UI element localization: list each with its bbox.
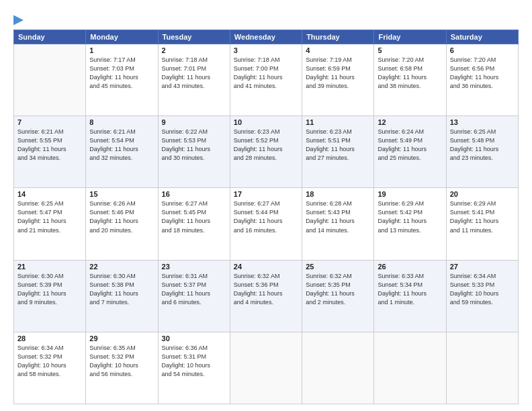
- calendar-cell: 20Sunrise: 6:29 AM Sunset: 5:41 PM Dayli…: [446, 188, 518, 260]
- calendar-cell: 3Sunrise: 7:18 AM Sunset: 7:00 PM Daylig…: [230, 44, 302, 116]
- day-info: Sunrise: 7:20 AM Sunset: 6:56 PM Dayligh…: [450, 56, 515, 91]
- day-number: 6: [450, 46, 515, 54]
- calendar-cell: 18Sunrise: 6:28 AM Sunset: 5:43 PM Dayli…: [302, 188, 374, 260]
- week-row-1: 1Sunrise: 7:17 AM Sunset: 7:03 PM Daylig…: [14, 44, 519, 116]
- day-info: Sunrise: 6:22 AM Sunset: 5:53 PM Dayligh…: [162, 128, 226, 163]
- calendar-cell: 16Sunrise: 6:27 AM Sunset: 5:45 PM Dayli…: [158, 188, 230, 260]
- day-number: 18: [306, 190, 370, 198]
- calendar-cell: 1Sunrise: 7:17 AM Sunset: 7:03 PM Daylig…: [86, 44, 158, 116]
- calendar-cell: [230, 332, 302, 404]
- day-info: Sunrise: 7:18 AM Sunset: 7:01 PM Dayligh…: [162, 56, 226, 91]
- day-info: Sunrise: 6:24 AM Sunset: 5:49 PM Dayligh…: [378, 128, 442, 163]
- day-info: Sunrise: 6:27 AM Sunset: 5:44 PM Dayligh…: [234, 199, 298, 234]
- day-info: Sunrise: 7:20 AM Sunset: 6:58 PM Dayligh…: [378, 56, 442, 91]
- day-info: Sunrise: 6:29 AM Sunset: 5:42 PM Dayligh…: [378, 199, 442, 234]
- day-info: Sunrise: 6:23 AM Sunset: 5:52 PM Dayligh…: [234, 128, 298, 163]
- day-number: 12: [378, 118, 442, 126]
- day-number: 21: [17, 263, 82, 271]
- day-number: 1: [89, 46, 154, 54]
- day-number: 15: [89, 190, 154, 198]
- day-info: Sunrise: 6:29 AM Sunset: 5:41 PM Dayligh…: [450, 199, 515, 234]
- calendar-header-saturday: Saturday: [446, 30, 518, 44]
- day-number: 7: [17, 118, 82, 126]
- calendar-cell: 7Sunrise: 6:21 AM Sunset: 5:55 PM Daylig…: [14, 116, 86, 188]
- day-info: Sunrise: 6:35 AM Sunset: 5:32 PM Dayligh…: [89, 344, 154, 379]
- calendar-cell: 4Sunrise: 7:19 AM Sunset: 6:59 PM Daylig…: [302, 44, 374, 116]
- header: ▶: [13, 12, 519, 24]
- day-info: Sunrise: 6:28 AM Sunset: 5:43 PM Dayligh…: [306, 199, 370, 234]
- calendar-header-tuesday: Tuesday: [158, 30, 230, 44]
- calendar-header-sunday: Sunday: [14, 30, 86, 44]
- day-info: Sunrise: 6:21 AM Sunset: 5:55 PM Dayligh…: [17, 128, 82, 163]
- day-info: Sunrise: 6:30 AM Sunset: 5:39 PM Dayligh…: [17, 272, 82, 307]
- day-number: 25: [306, 263, 370, 271]
- day-info: Sunrise: 6:32 AM Sunset: 5:36 PM Dayligh…: [234, 272, 298, 307]
- calendar-cell: 19Sunrise: 6:29 AM Sunset: 5:42 PM Dayli…: [374, 188, 446, 260]
- calendar-cell: 22Sunrise: 6:30 AM Sunset: 5:38 PM Dayli…: [86, 260, 158, 332]
- calendar-cell: 2Sunrise: 7:18 AM Sunset: 7:01 PM Daylig…: [158, 44, 230, 116]
- day-number: 30: [162, 334, 226, 342]
- day-info: Sunrise: 6:36 AM Sunset: 5:31 PM Dayligh…: [162, 344, 226, 379]
- calendar-cell: 25Sunrise: 6:32 AM Sunset: 5:35 PM Dayli…: [302, 260, 374, 332]
- calendar-cell: 8Sunrise: 6:21 AM Sunset: 5:54 PM Daylig…: [86, 116, 158, 188]
- day-info: Sunrise: 6:27 AM Sunset: 5:45 PM Dayligh…: [162, 199, 226, 234]
- week-row-2: 7Sunrise: 6:21 AM Sunset: 5:55 PM Daylig…: [14, 116, 519, 188]
- day-number: 27: [450, 263, 515, 271]
- calendar-header-thursday: Thursday: [302, 30, 374, 44]
- logo: ▶: [13, 12, 23, 24]
- day-number: 2: [162, 46, 226, 54]
- day-number: 29: [89, 334, 154, 342]
- day-info: Sunrise: 6:25 AM Sunset: 5:48 PM Dayligh…: [450, 128, 515, 163]
- calendar-header-monday: Monday: [86, 30, 158, 44]
- day-number: 24: [234, 263, 298, 271]
- calendar-header-friday: Friday: [374, 30, 446, 44]
- calendar-cell: 12Sunrise: 6:24 AM Sunset: 5:49 PM Dayli…: [374, 116, 446, 188]
- calendar-cell: 30Sunrise: 6:36 AM Sunset: 5:31 PM Dayli…: [158, 332, 230, 404]
- day-number: 20: [450, 190, 515, 198]
- day-number: 22: [89, 263, 154, 271]
- calendar-cell: 24Sunrise: 6:32 AM Sunset: 5:36 PM Dayli…: [230, 260, 302, 332]
- page: ▶ SundayMondayTuesdayWednesdayThursdayFr…: [0, 0, 532, 411]
- day-number: 28: [17, 334, 82, 342]
- day-number: 10: [234, 118, 298, 126]
- calendar-cell: [374, 332, 446, 404]
- day-number: 23: [162, 263, 226, 271]
- day-number: 14: [17, 190, 82, 198]
- calendar-cell: 13Sunrise: 6:25 AM Sunset: 5:48 PM Dayli…: [446, 116, 518, 188]
- logo-bird-icon: ▶: [13, 13, 23, 26]
- day-number: 16: [162, 190, 226, 198]
- calendar-cell: 15Sunrise: 6:26 AM Sunset: 5:46 PM Dayli…: [86, 188, 158, 260]
- calendar-cell: [14, 44, 86, 116]
- day-number: 19: [378, 190, 442, 198]
- calendar-cell: 17Sunrise: 6:27 AM Sunset: 5:44 PM Dayli…: [230, 188, 302, 260]
- day-number: 13: [450, 118, 515, 126]
- week-row-5: 28Sunrise: 6:34 AM Sunset: 5:32 PM Dayli…: [14, 332, 519, 404]
- day-info: Sunrise: 6:34 AM Sunset: 5:33 PM Dayligh…: [450, 272, 515, 307]
- calendar-cell: 9Sunrise: 6:22 AM Sunset: 5:53 PM Daylig…: [158, 116, 230, 188]
- calendar-cell: 21Sunrise: 6:30 AM Sunset: 5:39 PM Dayli…: [14, 260, 86, 332]
- calendar-cell: 5Sunrise: 7:20 AM Sunset: 6:58 PM Daylig…: [374, 44, 446, 116]
- calendar-cell: 11Sunrise: 6:23 AM Sunset: 5:51 PM Dayli…: [302, 116, 374, 188]
- day-number: 8: [89, 118, 154, 126]
- calendar-cell: [446, 332, 518, 404]
- day-info: Sunrise: 6:26 AM Sunset: 5:46 PM Dayligh…: [89, 199, 154, 234]
- calendar-cell: 14Sunrise: 6:25 AM Sunset: 5:47 PM Dayli…: [14, 188, 86, 260]
- day-info: Sunrise: 6:33 AM Sunset: 5:34 PM Dayligh…: [378, 272, 442, 307]
- week-row-4: 21Sunrise: 6:30 AM Sunset: 5:39 PM Dayli…: [14, 260, 519, 332]
- day-info: Sunrise: 6:31 AM Sunset: 5:37 PM Dayligh…: [162, 272, 226, 307]
- calendar-cell: 23Sunrise: 6:31 AM Sunset: 5:37 PM Dayli…: [158, 260, 230, 332]
- day-number: 11: [306, 118, 370, 126]
- day-info: Sunrise: 6:21 AM Sunset: 5:54 PM Dayligh…: [89, 128, 154, 163]
- day-number: 9: [162, 118, 226, 126]
- day-info: Sunrise: 6:30 AM Sunset: 5:38 PM Dayligh…: [89, 272, 154, 307]
- day-number: 17: [234, 190, 298, 198]
- day-info: Sunrise: 6:25 AM Sunset: 5:47 PM Dayligh…: [17, 199, 82, 234]
- calendar-cell: 26Sunrise: 6:33 AM Sunset: 5:34 PM Dayli…: [374, 260, 446, 332]
- day-info: Sunrise: 7:18 AM Sunset: 7:00 PM Dayligh…: [234, 56, 298, 91]
- day-info: Sunrise: 7:19 AM Sunset: 6:59 PM Dayligh…: [306, 56, 370, 91]
- calendar: SundayMondayTuesdayWednesdayThursdayFrid…: [13, 30, 519, 404]
- day-number: 5: [378, 46, 442, 54]
- day-number: 4: [306, 46, 370, 54]
- calendar-cell: 29Sunrise: 6:35 AM Sunset: 5:32 PM Dayli…: [86, 332, 158, 404]
- calendar-cell: 28Sunrise: 6:34 AM Sunset: 5:32 PM Dayli…: [14, 332, 86, 404]
